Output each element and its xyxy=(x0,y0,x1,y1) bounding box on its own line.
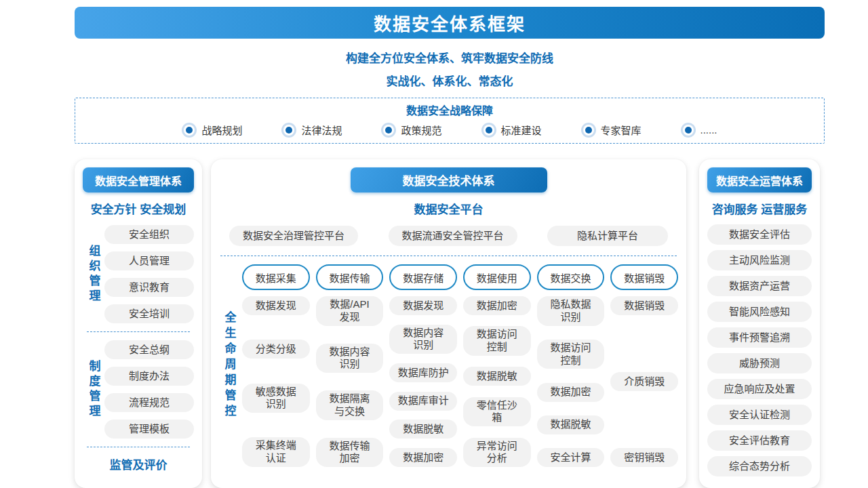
strategy-item: 战略规划 xyxy=(182,123,242,137)
stage-pill: 数据传输 xyxy=(316,264,384,290)
organization-management-group: 组织管理 安全组织 人员管理 意识教育 安全培训 xyxy=(83,225,194,323)
stage-items: 数据/API 发现 数据内容 识别 数据隔离 与交换 数据传输 加密 xyxy=(316,296,384,467)
lifecycle-column-transmission: 数据传输 数据/API 发现 数据内容 识别 数据隔离 与交换 数据传输 加密 xyxy=(316,264,384,467)
strategy-items-row: 战略规划 法律法规 政策规范 标准建设 专家智库 xyxy=(82,123,817,137)
management-item: 流程规范 xyxy=(104,393,194,412)
operations-item: 应急响应及处置 xyxy=(707,379,812,399)
platform-item: 数据安全治理管控平台 xyxy=(229,226,358,246)
operations-item: 主动风险监测 xyxy=(707,250,812,270)
lifecycle-item: 数据访问 控制 xyxy=(463,326,531,356)
stage-pill: 数据存储 xyxy=(389,264,457,290)
radio-bullet-icon xyxy=(486,127,492,134)
lifecycle-item: 数据发现 xyxy=(242,296,310,315)
lifecycle-vertical-label: 全生命周期管控 xyxy=(219,264,239,467)
policy-management-items: 安全总纲 制度办法 流程规范 管理模板 xyxy=(104,340,194,439)
radio-bullet-icon xyxy=(186,127,193,134)
lifecycle-item: 敏感数据 识别 xyxy=(242,384,310,413)
operations-item: 综合态势分析 xyxy=(707,456,812,476)
stage-pill: 数据销毁 xyxy=(610,264,678,290)
lifecycle-item: 采集终端 认证 xyxy=(242,437,310,467)
lifecycle-item: 数据访问 控制 xyxy=(537,340,605,369)
strategy-item: 政策规范 xyxy=(381,123,441,137)
operations-item: 安全认证检测 xyxy=(707,405,812,425)
lifecycle-item: 介质销毁 xyxy=(610,372,678,391)
strategy-title: 数据安全战略保障 xyxy=(82,102,817,118)
lifecycle-item: 数据传输 加密 xyxy=(316,438,384,468)
radio-bullet-icon xyxy=(685,127,692,134)
strategy-item-label: ...... xyxy=(701,124,717,136)
organization-management-items: 安全组织 人员管理 意识教育 安全培训 xyxy=(104,225,194,323)
operations-item: 数据安全评估 xyxy=(707,224,812,245)
lifecycle-item: 零信任沙 箱 xyxy=(463,397,531,427)
management-item: 意识教育 xyxy=(104,278,194,297)
page-title: 数据安全体系框架 xyxy=(374,10,526,35)
management-item: 安全总纲 xyxy=(104,340,194,359)
lifecycle-item: 数据/API 发现 xyxy=(316,296,384,326)
platform-label: 数据安全平台 xyxy=(219,200,678,217)
operations-item: 安全评估教育 xyxy=(707,430,812,451)
operations-item: 数据资产运营 xyxy=(707,276,812,296)
management-item: 管理模板 xyxy=(104,420,194,439)
lifecycle-item: 数据内容 识别 xyxy=(316,344,384,373)
management-top-label: 安全方针 安全规划 xyxy=(83,200,194,217)
strategy-item: 专家智库 xyxy=(581,123,642,137)
lifecycle-item: 数据脱敏 xyxy=(463,367,531,386)
lifecycle-column-destruction: 数据销毁 数据销毁 介质销毁 密钥销毁 xyxy=(610,264,678,467)
lifecycle-item: 分类分级 xyxy=(242,340,310,359)
lifecycle-item: 数据脱敏 xyxy=(537,415,605,434)
subtitle-line-2: 实战化、体系化、常态化 xyxy=(75,72,825,89)
management-card-header: 数据安全管理体系 xyxy=(83,167,194,192)
management-item: 安全组织 xyxy=(104,225,194,244)
policy-management-vertical-label: 制度管理 xyxy=(83,360,104,420)
operations-item: 事件预警追溯 xyxy=(707,327,812,348)
strategy-item-label: 法律法规 xyxy=(301,123,342,137)
lifecycle-item: 数据加密 xyxy=(389,448,457,467)
stage-pill: 数据采集 xyxy=(242,264,310,290)
management-system-card: 数据安全管理体系 安全方针 安全规划 组织管理 安全组织 人员管理 意识教育 安… xyxy=(75,159,202,488)
management-item: 安全培训 xyxy=(104,304,194,323)
lifecycle-column-usage: 数据使用 数据加密 数据访问 控制 数据脱敏 零信任沙 箱 异常访问 分析 xyxy=(463,264,531,467)
organization-management-vertical-label: 组织管理 xyxy=(83,245,104,304)
operations-item: 智能风险感知 xyxy=(707,302,812,322)
stage-items: 数据发现 分类分级 敏感数据 识别 采集终端 认证 xyxy=(242,296,310,467)
lifecycle-item: 隐私数据 识别 xyxy=(537,296,605,326)
lifecycle-section: 全生命周期管控 数据采集 数据发现 分类分级 敏感数据 识别 采集终端 认证 xyxy=(219,264,678,467)
lifecycle-column-exchange: 数据交换 隐私数据 识别 数据访问 控制 数据加密 数据脱敏 安全计算 xyxy=(537,264,605,467)
stage-items: 数据加密 数据访问 控制 数据脱敏 零信任沙 箱 异常访问 分析 xyxy=(463,296,531,467)
policy-management-group: 制度管理 安全总纲 制度办法 流程规范 管理模板 xyxy=(83,340,194,439)
content-wrapper: 数据安全体系框架 构建全方位安全体系、筑牢数据安全防线 实战化、体系化、常态化 … xyxy=(75,7,825,488)
platform-item: 隐私计算平台 xyxy=(547,226,668,246)
strategy-item-label: 专家智库 xyxy=(601,123,642,137)
lifecycle-item: 数据加密 xyxy=(463,296,531,315)
page-title-banner: 数据安全体系框架 xyxy=(75,7,825,39)
strategy-item: 法律法规 xyxy=(281,123,342,137)
operations-card-header: 数据安全运营体系 xyxy=(707,167,812,192)
lifecycle-grid: 数据采集 数据发现 分类分级 敏感数据 识别 采集终端 认证 数据传输 xyxy=(242,264,678,467)
stage-pill: 数据使用 xyxy=(463,264,531,290)
technology-system-card: 数据安全技术体系 数据安全平台 数据安全治理管控平台 数据流通安全管控平台 隐私… xyxy=(211,159,686,488)
platform-item: 数据流通安全管控平台 xyxy=(389,226,517,246)
dashed-divider xyxy=(87,447,190,447)
dashed-divider xyxy=(220,256,677,256)
lifecycle-column-storage: 数据存储 数据发现 数据内容 识别 数据库防护 数据库审计 数据脱敏 数据加密 xyxy=(389,264,457,467)
strategy-item-label: 政策规范 xyxy=(401,123,441,137)
management-item: 人员管理 xyxy=(104,251,194,270)
lifecycle-item: 密钥销毁 xyxy=(610,448,678,467)
management-bottom-label: 监管及评价 xyxy=(83,455,194,472)
strategy-item-label: 标准建设 xyxy=(501,123,542,137)
lifecycle-item: 异常访问 分析 xyxy=(463,438,531,468)
lifecycle-item: 数据内容 识别 xyxy=(389,325,457,354)
strategy-item-label: 战略规划 xyxy=(201,123,242,137)
lifecycle-item: 数据隔离 与交换 xyxy=(316,390,384,420)
radio-bullet-icon xyxy=(585,127,592,134)
operations-top-label: 咨询服务 运营服务 xyxy=(707,200,812,217)
radio-bullet-icon xyxy=(285,127,292,134)
radio-bullet-icon xyxy=(385,127,392,134)
lifecycle-item: 数据脱敏 xyxy=(389,420,457,439)
dashed-divider xyxy=(87,331,190,332)
data-security-framework-diagram: 数据安全体系框架 构建全方位安全体系、筑牢数据安全防线 实战化、体系化、常态化 … xyxy=(0,0,868,488)
strategy-item: 标准建设 xyxy=(481,123,542,137)
cards-row: 数据安全管理体系 安全方针 安全规划 组织管理 安全组织 人员管理 意识教育 安… xyxy=(75,159,825,488)
operations-item: 威胁预测 xyxy=(707,353,812,373)
strategy-band: 数据安全战略保障 战略规划 法律法规 政策规范 标准建设 xyxy=(75,98,825,144)
